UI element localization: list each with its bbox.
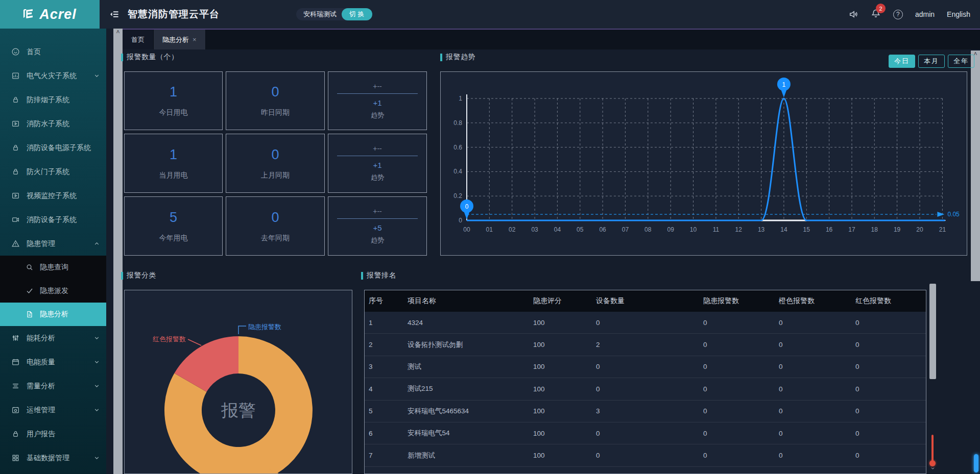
trend-line-chart: 0.05000102030405060708091011121314151617… <box>441 72 967 255</box>
sidebar-item-hazard-query[interactable]: 隐患查询 <box>0 256 106 279</box>
table-cell: 0 <box>699 319 775 327</box>
lower-scrollbar-thumb[interactable] <box>929 284 936 379</box>
alarm-trend-chart[interactable]: 0.05000102030405060708091011121314151617… <box>440 71 967 256</box>
svg-text:1: 1 <box>782 81 786 88</box>
alarm-category-chart[interactable]: 报警隐患报警数红色报警数 <box>124 290 352 474</box>
warning-icon <box>11 239 20 248</box>
trend-divider <box>337 218 417 219</box>
stat-value: 0 <box>271 210 279 226</box>
check-icon <box>26 287 34 295</box>
svg-text:04: 04 <box>554 226 561 233</box>
svg-text:12: 12 <box>735 226 743 233</box>
logo[interactable]: Acrel <box>0 0 100 29</box>
sidebar: 首页 电气火灾子系统 防排烟子系统 消防水子系统 消防设备电源子系统 防火门子系… <box>0 29 106 474</box>
table-cell: 安科瑞电气54 <box>403 429 529 438</box>
rows-icon <box>11 382 20 390</box>
sidebar-item-fire-door[interactable]: 防火门子系统 <box>0 160 106 184</box>
sliders-icon <box>11 334 20 342</box>
title-marker <box>440 54 442 61</box>
trend-card-year: +-- +5 趋势 <box>328 196 427 256</box>
sidebar-item-video-surveillance[interactable]: 视频监控子系统 <box>0 184 106 208</box>
notifications-button[interactable]: 2 <box>871 8 881 20</box>
trend-label: 趋势 <box>371 236 384 245</box>
table-cell: 0 <box>592 430 699 437</box>
page-scrollbar-thumb[interactable] <box>974 454 978 472</box>
sidebar-item-hazard-management[interactable]: 隐患管理 <box>0 232 106 256</box>
sidebar-item-base-data[interactable]: 基础数据管理 <box>0 446 106 470</box>
sidebar-item-user-report[interactable]: 用户报告 <box>0 422 106 446</box>
table-row[interactable]: 143241000000 <box>365 312 926 334</box>
column-header: 项目名称 <box>403 296 529 306</box>
switch-project-button[interactable]: 切 换 <box>342 8 372 20</box>
svg-text:03: 03 <box>531 226 538 233</box>
content-scrollbar-left[interactable]: ˄ <box>113 29 123 474</box>
table-cell: 3 <box>592 407 699 415</box>
speaker-icon[interactable] <box>848 9 858 19</box>
sidebar-item-fire-equipment-power[interactable]: 消防设备电源子系统 <box>0 136 106 160</box>
svg-text:1: 1 <box>459 95 462 102</box>
chevron-down-icon <box>93 455 100 461</box>
range-button-year[interactable]: 全年 <box>948 55 974 68</box>
table-cell: 2 <box>365 341 403 348</box>
table-row[interactable]: 2设备拓扑测试勿删1002000 <box>365 334 926 356</box>
content-scrollbar-right[interactable]: ˄ <box>971 51 980 281</box>
range-button-today[interactable]: 今日 <box>889 55 915 68</box>
table-cell: 0 <box>592 385 699 393</box>
svg-text:隐患报警数: 隐患报警数 <box>248 323 281 331</box>
stat-card-month: 1 当月用电 <box>124 134 223 193</box>
user-menu[interactable]: admin <box>915 10 935 18</box>
table-cell: 0 <box>851 407 926 415</box>
doc-icon <box>26 310 34 318</box>
language-toggle[interactable]: English <box>947 10 970 18</box>
grid-icon <box>11 454 20 462</box>
tab-hazard-analysis[interactable]: 隐患分析 × <box>154 30 206 49</box>
svg-text:06: 06 <box>599 226 606 233</box>
svg-text:17: 17 <box>848 226 855 233</box>
logo-text: Acrel <box>39 7 77 22</box>
trend-label: 趋势 <box>371 111 384 120</box>
table-cell: 100 <box>529 385 592 393</box>
sidebar-item-home[interactable]: 首页 <box>0 40 106 64</box>
svg-text:15: 15 <box>803 226 810 233</box>
stat-label: 上月同期 <box>261 171 290 180</box>
sidebar-item-demand-analysis[interactable]: 需量分析 <box>0 374 106 398</box>
sidebar-item-energy-analysis[interactable]: 能耗分析 <box>0 326 106 350</box>
table-row[interactable]: 6安科瑞电气541000000 <box>365 422 926 444</box>
table-row[interactable]: 4测试2151000000 <box>365 378 926 400</box>
sidebar-item-power-quality[interactable]: 电能质量 <box>0 350 106 374</box>
sidebar-item-smoke-control[interactable]: 防排烟子系统 <box>0 88 106 112</box>
project-switcher[interactable]: 安科瑞测试 切 换 <box>296 8 372 20</box>
range-button-month[interactable]: 本月 <box>918 55 945 68</box>
sidebar-item-fire-devices[interactable]: 消防设备子系统 <box>0 208 106 232</box>
close-icon[interactable]: × <box>193 36 197 43</box>
svg-text:10: 10 <box>690 226 697 233</box>
help-icon[interactable]: ? <box>893 10 903 19</box>
svg-text:0: 0 <box>465 203 469 210</box>
svg-text:21: 21 <box>939 226 946 233</box>
table-row[interactable]: 7新增测试1000000 <box>365 444 926 466</box>
table-cell: 0 <box>775 452 851 459</box>
top-header: Acrel 智慧消防管理云平台 安科瑞测试 切 换 2 ? admin Engl… <box>0 0 980 29</box>
hazard-submenu: 隐患查询 隐患派发 隐患分析 <box>0 256 106 326</box>
sidebar-item-maintenance[interactable]: 运维管理 <box>0 398 106 422</box>
sidebar-collapse-icon[interactable] <box>108 9 121 20</box>
table-row[interactable]: 3测试1000000 <box>365 356 926 378</box>
lock-icon <box>11 143 20 152</box>
table-cell: 0 <box>775 385 851 393</box>
notification-badge: 2 <box>876 4 886 13</box>
sidebar-item-electrical-fire[interactable]: 电气火灾子系统 <box>0 64 106 88</box>
stat-label: 今年用电 <box>159 234 188 243</box>
chevron-down-icon <box>93 383 100 389</box>
table-cell: 0 <box>699 407 775 415</box>
tab-home[interactable]: 首页 <box>123 30 154 49</box>
column-header: 红色报警数 <box>851 296 926 306</box>
svg-text:01: 01 <box>486 226 493 233</box>
sidebar-item-fire-water[interactable]: 消防水子系统 <box>0 112 106 136</box>
table-cell: 0 <box>592 319 699 327</box>
table-row[interactable]: 5安科瑞电气54656341003000 <box>365 401 926 422</box>
sidebar-item-hazard-dispatch[interactable]: 隐患派发 <box>0 279 106 303</box>
sidebar-item-hazard-analysis[interactable]: 隐患分析 <box>0 303 106 326</box>
table-cell: 100 <box>529 430 592 437</box>
trend-top: +-- <box>373 82 382 90</box>
svg-text:14: 14 <box>780 226 787 233</box>
